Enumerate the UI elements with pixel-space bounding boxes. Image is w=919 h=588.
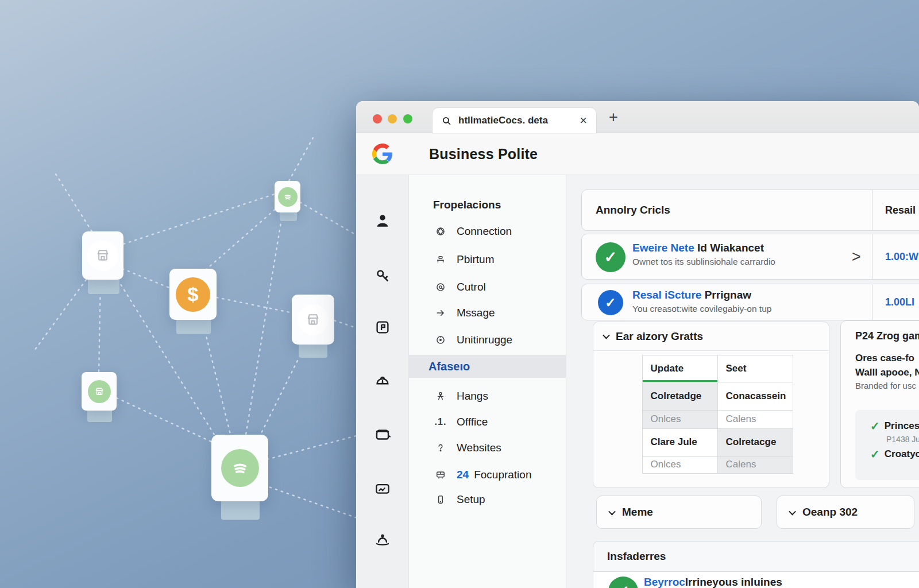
menu-section-title: Fropelacions [409, 195, 566, 215]
flag-panel-icon[interactable] [374, 319, 391, 336]
table-cell[interactable]: Conacassein [717, 382, 793, 411]
store-node-card [82, 231, 123, 280]
minimize-window-button[interactable] [388, 114, 397, 123]
desk-icon [434, 253, 447, 266]
store-icon [298, 304, 329, 335]
new-tab-button[interactable]: + [605, 109, 622, 126]
table-cell[interactable]: Colretacge [717, 428, 793, 457]
table-cell[interactable]: Onlces [642, 456, 718, 474]
app-header: Business Polite [356, 133, 919, 175]
table-cell[interactable]: Onlces [642, 410, 718, 429]
image-card-icon[interactable] [374, 480, 391, 497]
sidebar-item-hangs[interactable]: Hangs [409, 386, 566, 406]
column-divider [872, 190, 872, 230]
sidebar-item-pbirtum[interactable]: Pbirtum [409, 250, 566, 269]
table-cell[interactable]: Clare Jule [642, 428, 718, 457]
row-title: Resal iScture Prrignaw [632, 289, 771, 301]
sidebar-item-websites[interactable]: Websites [409, 438, 566, 458]
bus-icon [434, 469, 447, 481]
sidebar-item-mssage[interactable]: Mssage [409, 303, 566, 323]
check-circle-green-icon: ✓ [596, 242, 625, 272]
bag-alert-icon[interactable] [374, 372, 391, 389]
sidebar-item-unitinrugge[interactable]: Unitinrugge [409, 330, 566, 350]
arrow-right-icon [434, 307, 447, 319]
sidebar-item-connection[interactable]: Connection [409, 222, 566, 241]
row-value[interactable]: 1.00:W [885, 234, 918, 279]
chevron-down-icon [789, 508, 796, 515]
check-icon: ✓ [870, 447, 880, 461]
checklist-row[interactable]: ✓ Eweire Nete Id Wiakancet Ownet tos its… [581, 234, 919, 280]
column-divider [872, 284, 872, 320]
check-circle-blue-icon: ✓ [598, 290, 623, 315]
money-node-card: $ [169, 269, 217, 320]
store-node-card-green [82, 372, 117, 411]
bell-icon[interactable] [374, 531, 391, 548]
key-icon[interactable] [374, 267, 391, 284]
page-title: Business Polite [429, 146, 538, 163]
main-content: Annolry Cricls Resail P ✓ Eweire Nete Id… [566, 175, 919, 588]
clock-target-icon [434, 334, 447, 346]
insights-title: Insfaderres [607, 550, 666, 563]
table-cell[interactable]: Calens [717, 410, 793, 429]
table-header-cell[interactable]: Update [642, 355, 718, 382]
gratts-panel-header[interactable]: Ear aizory Gratts [593, 322, 829, 351]
box-icon[interactable] [374, 426, 391, 443]
row-value[interactable]: 1.00LI [885, 284, 914, 320]
browser-window: htllmatieCocs. deta × + Business Polite [356, 101, 919, 588]
question-hook-icon [434, 442, 447, 454]
focupration-count: 24 [457, 469, 469, 481]
globe-diamond-icon [434, 225, 447, 238]
chevron-right-icon[interactable]: > [852, 248, 861, 266]
music-node-card-small [275, 181, 300, 212]
column-divider [872, 234, 872, 279]
sidebar-item-setup[interactable]: Setup [409, 490, 566, 509]
promo-check-item[interactable]: ✓ Princess [870, 419, 919, 433]
row-title-link[interactable]: Eweire Nete [632, 242, 694, 254]
zoom-window-button[interactable] [403, 114, 412, 123]
promo-title: P24 Zrog gam [855, 330, 919, 342]
chevron-down-icon [603, 332, 610, 339]
table-cell[interactable]: Colretadge [642, 382, 718, 411]
chevron-down-icon [608, 508, 616, 515]
table-cell[interactable]: Calens [717, 456, 793, 474]
star-person-icon [434, 390, 447, 403]
store-node-card [292, 295, 334, 345]
person-icon[interactable] [374, 212, 391, 229]
checklist-header-card: Annolry Cricls Resail P [581, 189, 919, 231]
row-title-link[interactable]: Beyrroc [644, 576, 685, 588]
section-meme-header[interactable]: Meme [596, 496, 762, 529]
dot-one-icon: .1. [434, 416, 447, 428]
sidebar-item-afaseio-selected[interactable]: Afaseıo [409, 355, 566, 378]
tab-close-icon[interactable]: × [580, 114, 587, 127]
music-node-card-big [211, 435, 268, 501]
spotify-icon [221, 449, 259, 487]
close-window-button[interactable] [373, 114, 382, 123]
insights-row[interactable]: ✓ BeyrrocIrrineyous inluines A1 with te … [593, 572, 919, 588]
promo-line: Ores case-fo [855, 351, 919, 365]
store-icon [87, 240, 118, 271]
google-logo-icon [372, 144, 393, 164]
check-circle-green-icon: ✓ [608, 577, 638, 588]
search-icon [442, 116, 451, 126]
column-header: Resail P [885, 190, 919, 230]
page: { "background": { "dollar_symbol": "$" }… [0, 0, 919, 588]
sidebar-item-offfice[interactable]: .1. Offfice [409, 412, 566, 432]
table-header-cell[interactable]: Seet [717, 355, 793, 382]
gratts-title: Ear aizory Gratts [616, 330, 703, 343]
insights-header-bar: Insfaderres [593, 541, 919, 572]
promo-checklist-card: ✓ Princess P1438 Jum ✓ Croatyc [855, 410, 919, 480]
sidebar-item-focupration[interactable]: 24 Focupration [409, 465, 566, 485]
sidebar-menu: Fropelacions Connection Pbirtum Cutrol [409, 175, 566, 588]
sidebar-item-cutrol[interactable]: Cutrol [409, 277, 566, 297]
checklist-row[interactable]: ✓ Resal iScture Prrignaw You creasot:wit… [581, 284, 919, 320]
promo-check-item[interactable]: ✓ Croatyc [870, 447, 919, 461]
phone-icon [434, 493, 447, 506]
section-oeanp-header[interactable]: Oeanp 302 [777, 496, 914, 529]
spotify-icon [278, 187, 298, 207]
promo-check-subtitle: P1438 Jum [886, 435, 919, 444]
row-title-link[interactable]: Resal iScture [632, 289, 701, 301]
browser-tab[interactable]: htllmatieCocs. deta × [433, 108, 596, 133]
row-subtitle: You creasot:wite covilegabiy-on tup [632, 304, 771, 314]
icon-rail [356, 175, 409, 588]
row-title: BeyrrocIrrineyous inluines [644, 576, 782, 588]
